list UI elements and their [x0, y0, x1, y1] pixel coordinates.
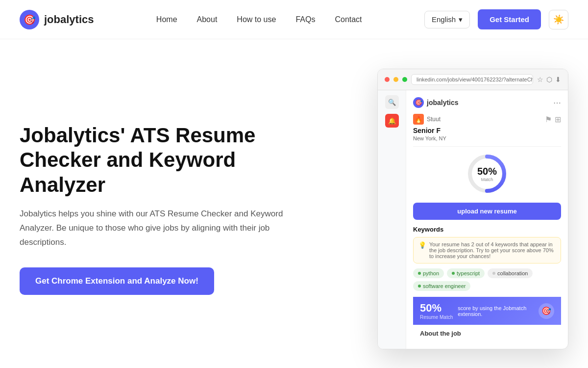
lightbulb-icon: 💡: [418, 241, 426, 259]
keywords-title: Keywords: [413, 226, 561, 233]
keyword-label: collaboration: [497, 270, 528, 276]
keywords-alert: 💡 Your resume has 2 out of 4 keywords th…: [413, 237, 561, 263]
chevron-down-icon: ▾: [459, 15, 463, 24]
about-job-label: About the job: [413, 325, 561, 342]
keyword-label: typescript: [457, 270, 480, 276]
nav-links: Home About How to use FAQs Contact: [156, 15, 362, 24]
job-title: Senior F: [413, 127, 561, 134]
nav-about[interactable]: About: [197, 15, 218, 24]
browser-dot-red: [385, 77, 390, 82]
jobalytics-small-icon: 🎯: [539, 303, 554, 319]
puzzle-icon: ⬡: [546, 76, 552, 83]
language-label: English: [432, 15, 456, 24]
hero-section: Jobalytics' ATS Resume Checker and Keywo…: [0, 39, 588, 368]
star-icon: ☆: [537, 76, 543, 83]
hero-left: Jobalytics' ATS Resume Checker and Keywo…: [20, 123, 294, 295]
hero-description: Jobalytics helps you shine with our ATS …: [20, 207, 294, 250]
company-name: Stuut: [427, 116, 441, 123]
theme-toggle-button[interactable]: ☀️: [549, 10, 568, 29]
bottom-score-bar: 50% Resume Match score by using the Jobm…: [413, 297, 561, 325]
browser-mockup: linkedin.com/jobs/view/4001762232/?alter…: [377, 69, 568, 349]
browser-bar: linkedin.com/jobs/view/4001762232/?alter…: [378, 69, 568, 90]
extension-panel: 🎯 jobalytics ⋯ 🔥 Stuut ⚑ ⊞ Seni: [406, 90, 568, 349]
cta-button[interactable]: Get Chrome Extension and Analyze Now!: [20, 267, 214, 295]
gauge-circle: 50% Match: [465, 152, 509, 196]
keywords-section: Keywords 💡 Your resume has 2 out of 4 ke…: [413, 226, 561, 291]
keyword-python: python: [413, 268, 444, 278]
bottom-score-percent: 50%: [420, 302, 453, 315]
nav-right: English ▾ Get Started ☀️: [424, 9, 568, 29]
notifications-icon: 🔔: [385, 114, 399, 128]
bottom-score-label: Resume Match: [420, 315, 453, 320]
hero-title: Jobalytics' ATS Resume Checker and Keywo…: [20, 123, 294, 197]
sun-icon: ☀️: [553, 14, 564, 25]
keyword-dot: [452, 272, 455, 275]
keyword-software-engineer: software engineer: [413, 281, 470, 291]
download-icon: ⬇: [555, 76, 561, 83]
keyword-dot: [492, 272, 495, 275]
bottom-bar-text: score by using the Jobmatch extension.: [453, 305, 539, 317]
browser-dot-yellow: [393, 77, 398, 82]
bottom-score-container: 50% Resume Match: [420, 302, 453, 320]
logo[interactable]: 🎯 jobalytics: [20, 10, 94, 29]
keywords-list: python typescript collaboration: [413, 268, 561, 291]
upload-resume-button[interactable]: upload new resume: [413, 203, 561, 220]
get-started-button[interactable]: Get Started: [478, 9, 541, 29]
more-options-icon[interactable]: ⋯: [553, 98, 561, 107]
keyword-dot: [418, 272, 421, 275]
extension-content: 🔍 🔔 🎯 jobalytics ⋯: [378, 90, 568, 349]
match-label: Match: [477, 177, 497, 182]
address-bar: linkedin.com/jobs/view/4001762232/?alter…: [411, 74, 533, 85]
flag-icon: ⚑: [545, 115, 552, 124]
keyword-typescript: typescript: [447, 268, 485, 278]
keywords-alert-text: Your resume has 2 out of 4 keywords that…: [429, 241, 556, 259]
match-gauge: 50% Match: [413, 152, 561, 196]
keyword-dot: [418, 285, 421, 288]
hero-right: linkedin.com/jobs/view/4001762232/?alter…: [377, 69, 568, 349]
keyword-label: software engineer: [423, 283, 466, 289]
extension-logo-text: jobalytics: [427, 99, 459, 106]
keyword-collaboration: collaboration: [488, 268, 533, 278]
nav-home[interactable]: Home: [156, 15, 177, 24]
match-percent: 50%: [477, 166, 497, 177]
job-location: New York, NY: [413, 135, 561, 141]
browser-icons: ☆ ⬡ ⬇: [537, 76, 561, 83]
job-snippet: 🔥 Stuut ⚑ ⊞ Senior F New York, NY: [413, 114, 561, 147]
company-logo: 🔥: [413, 114, 424, 125]
nav-how-to-use[interactable]: How to use: [237, 15, 276, 24]
extension-logo: 🎯 jobalytics: [413, 97, 459, 108]
search-icon: 🔍: [385, 95, 399, 109]
browser-dot-green: [402, 77, 407, 82]
extension-header: 🎯 jobalytics ⋯: [413, 97, 561, 108]
nav-contact[interactable]: Contact: [335, 15, 362, 24]
gauge-center: 50% Match: [477, 166, 497, 182]
keyword-label: python: [423, 270, 439, 276]
grid-icon: ⊞: [555, 115, 561, 124]
extension-logo-icon: 🎯: [413, 97, 424, 108]
navbar: 🎯 jobalytics Home About How to use FAQs …: [0, 0, 588, 39]
logo-text: jobalytics: [44, 13, 94, 26]
linkedin-sidebar: 🔍 🔔: [378, 90, 406, 349]
nav-faqs[interactable]: FAQs: [295, 15, 315, 24]
language-selector[interactable]: English ▾: [424, 11, 470, 28]
logo-icon: 🎯: [20, 10, 39, 29]
